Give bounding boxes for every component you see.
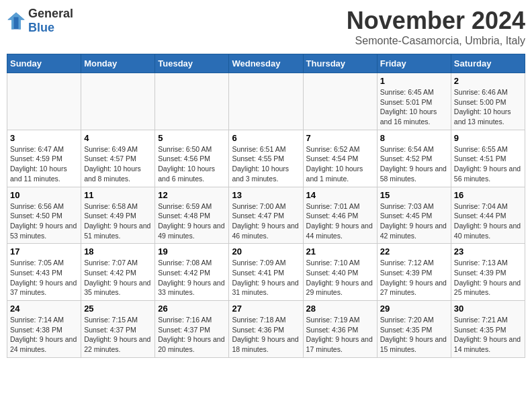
calendar-cell: 27Sunrise: 7:18 AMSunset: 4:36 PMDayligh… [229,301,303,358]
day-info: Sunrise: 6:59 AMSunset: 4:48 PMDaylight:… [158,201,226,241]
calendar-cell: 2Sunrise: 6:46 AMSunset: 5:00 PMDaylight… [451,73,525,130]
day-info: Sunrise: 6:52 AMSunset: 4:54 PMDaylight:… [306,144,374,184]
calendar-week-2: 10Sunrise: 6:56 AMSunset: 4:50 PMDayligh… [7,187,525,244]
calendar-cell: 1Sunrise: 6:45 AMSunset: 5:01 PMDaylight… [377,73,451,130]
day-info: Sunrise: 7:10 AMSunset: 4:40 PMDaylight:… [306,258,374,298]
day-info: Sunrise: 6:58 AMSunset: 4:49 PMDaylight:… [84,201,152,241]
logo-blue: Blue [28,21,54,34]
day-info: Sunrise: 7:09 AMSunset: 4:41 PMDaylight:… [232,258,300,298]
day-number: 19 [158,246,226,257]
calendar-cell: 14Sunrise: 7:01 AMSunset: 4:46 PMDayligh… [303,187,377,244]
calendar-cell: 23Sunrise: 7:13 AMSunset: 4:39 PMDayligh… [451,244,525,301]
day-info: Sunrise: 7:07 AMSunset: 4:42 PMDaylight:… [84,258,152,298]
day-number: 15 [380,190,448,200]
calendar-cell: 28Sunrise: 7:19 AMSunset: 4:36 PMDayligh… [303,301,377,358]
calendar-cell [229,73,303,130]
calendar-cell: 3Sunrise: 6:47 AMSunset: 4:59 PMDaylight… [7,130,81,187]
calendar-cell [155,73,229,130]
logo-general: General [28,7,73,20]
day-info: Sunrise: 7:13 AMSunset: 4:39 PMDaylight:… [454,258,522,298]
col-thursday: Thursday [303,54,377,73]
day-info: Sunrise: 6:47 AMSunset: 4:59 PMDaylight:… [10,144,78,184]
calendar-week-4: 24Sunrise: 7:14 AMSunset: 4:38 PMDayligh… [7,301,525,358]
day-info: Sunrise: 7:01 AMSunset: 4:46 PMDaylight:… [306,201,374,241]
day-number: 26 [158,304,226,314]
calendar-body: 1Sunrise: 6:45 AMSunset: 5:01 PMDaylight… [7,73,525,358]
day-info: Sunrise: 6:50 AMSunset: 4:56 PMDaylight:… [158,144,226,184]
day-number: 14 [306,190,374,200]
day-info: Sunrise: 7:19 AMSunset: 4:36 PMDaylight:… [306,315,374,355]
calendar-cell: 8Sunrise: 6:54 AMSunset: 4:52 PMDaylight… [377,130,451,187]
calendar-table: Sunday Monday Tuesday Wednesday Thursday… [7,54,525,358]
day-number: 24 [10,304,78,314]
day-number: 27 [232,304,300,314]
calendar-cell: 9Sunrise: 6:55 AMSunset: 4:51 PMDaylight… [451,130,525,187]
col-wednesday: Wednesday [229,54,303,73]
day-info: Sunrise: 6:54 AMSunset: 4:52 PMDaylight:… [380,144,448,184]
calendar-cell: 22Sunrise: 7:12 AMSunset: 4:39 PMDayligh… [377,244,451,301]
calendar-cell: 26Sunrise: 7:16 AMSunset: 4:37 PMDayligh… [155,301,229,358]
logo-text: General Blue [28,7,73,35]
day-info: Sunrise: 7:00 AMSunset: 4:47 PMDaylight:… [232,201,300,241]
day-number: 2 [454,76,522,86]
header: General Blue November 2024 Semonte-Casam… [7,7,525,47]
day-info: Sunrise: 6:56 AMSunset: 4:50 PMDaylight:… [10,201,78,241]
day-number: 9 [454,133,522,143]
day-info: Sunrise: 7:03 AMSunset: 4:45 PMDaylight:… [380,201,448,241]
location-subtitle: Semonte-Casamorcia, Umbria, Italy [347,35,525,47]
calendar-cell: 29Sunrise: 7:20 AMSunset: 4:35 PMDayligh… [377,301,451,358]
day-number: 3 [10,133,78,143]
calendar-week-3: 17Sunrise: 7:05 AMSunset: 4:43 PMDayligh… [7,244,525,301]
day-number: 22 [380,246,448,257]
calendar-cell: 11Sunrise: 6:58 AMSunset: 4:49 PMDayligh… [81,187,155,244]
day-number: 25 [84,304,152,314]
calendar-week-1: 3Sunrise: 6:47 AMSunset: 4:59 PMDaylight… [7,130,525,187]
day-info: Sunrise: 6:46 AMSunset: 5:00 PMDaylight:… [454,87,522,127]
day-number: 29 [380,304,448,314]
day-number: 7 [306,133,374,143]
calendar-cell: 20Sunrise: 7:09 AMSunset: 4:41 PMDayligh… [229,244,303,301]
calendar-cell: 24Sunrise: 7:14 AMSunset: 4:38 PMDayligh… [7,301,81,358]
calendar-cell [7,73,81,130]
day-number: 11 [84,190,152,200]
calendar-header: Sunday Monday Tuesday Wednesday Thursday… [7,54,525,73]
col-saturday: Saturday [451,54,525,73]
calendar-cell: 16Sunrise: 7:04 AMSunset: 4:44 PMDayligh… [451,187,525,244]
day-number: 28 [306,304,374,314]
day-info: Sunrise: 6:45 AMSunset: 5:01 PMDaylight:… [380,87,448,127]
calendar-cell: 6Sunrise: 6:51 AMSunset: 4:55 PMDaylight… [229,130,303,187]
day-info: Sunrise: 6:51 AMSunset: 4:55 PMDaylight:… [232,144,300,184]
day-number: 4 [84,133,152,143]
calendar-cell: 7Sunrise: 6:52 AMSunset: 4:54 PMDaylight… [303,130,377,187]
day-info: Sunrise: 7:16 AMSunset: 4:37 PMDaylight:… [158,315,226,355]
day-number: 13 [232,190,300,200]
day-info: Sunrise: 7:04 AMSunset: 4:44 PMDaylight:… [454,201,522,241]
day-number: 16 [454,190,522,200]
title-area: November 2024 Semonte-Casamorcia, Umbria… [347,7,525,47]
day-number: 10 [10,190,78,200]
day-info: Sunrise: 7:14 AMSunset: 4:38 PMDaylight:… [10,315,78,355]
day-number: 18 [84,246,152,257]
day-number: 23 [454,246,522,257]
day-number: 17 [10,246,78,257]
day-number: 20 [232,246,300,257]
calendar-cell: 10Sunrise: 6:56 AMSunset: 4:50 PMDayligh… [7,187,81,244]
col-friday: Friday [377,54,451,73]
logo: General Blue [7,7,73,35]
day-number: 8 [380,133,448,143]
calendar-cell: 15Sunrise: 7:03 AMSunset: 4:45 PMDayligh… [377,187,451,244]
calendar-cell: 17Sunrise: 7:05 AMSunset: 4:43 PMDayligh… [7,244,81,301]
day-number: 21 [306,246,374,257]
month-title: November 2024 [347,7,525,35]
day-info: Sunrise: 7:15 AMSunset: 4:37 PMDaylight:… [84,315,152,355]
calendar-cell: 12Sunrise: 6:59 AMSunset: 4:48 PMDayligh… [155,187,229,244]
col-monday: Monday [81,54,155,73]
day-info: Sunrise: 7:12 AMSunset: 4:39 PMDaylight:… [380,258,448,298]
col-tuesday: Tuesday [155,54,229,73]
header-row: Sunday Monday Tuesday Wednesday Thursday… [7,54,525,73]
day-number: 5 [158,133,226,143]
calendar-cell: 18Sunrise: 7:07 AMSunset: 4:42 PMDayligh… [81,244,155,301]
day-info: Sunrise: 7:18 AMSunset: 4:36 PMDaylight:… [232,315,300,355]
day-number: 30 [454,304,522,314]
day-number: 1 [380,76,448,86]
